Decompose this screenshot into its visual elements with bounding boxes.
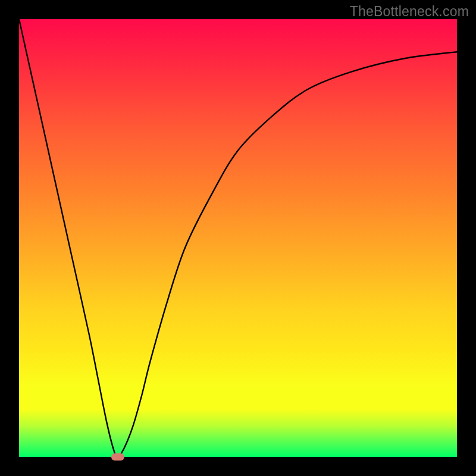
watermark-text: TheBottleneck.com	[350, 4, 469, 20]
curve-svg	[19, 19, 457, 457]
minimum-marker	[111, 453, 124, 461]
chart-frame: TheBottleneck.com	[0, 0, 476, 476]
bottleneck-curve	[19, 19, 457, 457]
plot-area	[19, 19, 457, 457]
